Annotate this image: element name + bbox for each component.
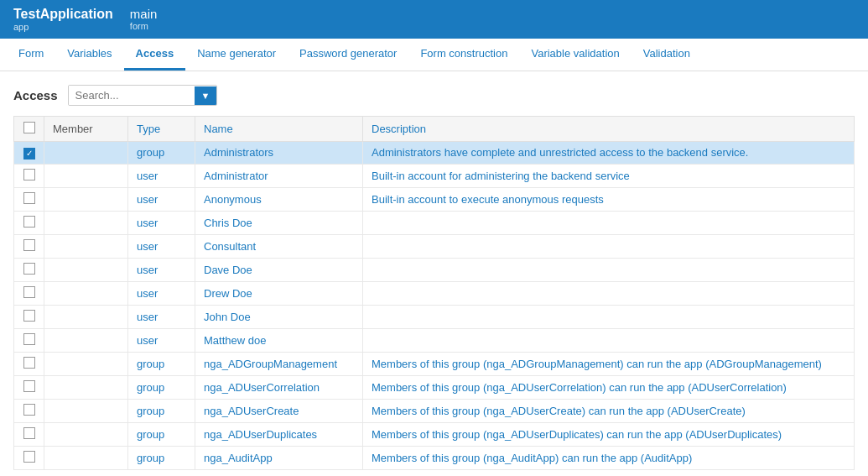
row-name: Drew Doe [195, 281, 363, 305]
table-row[interactable]: userDave Doe [14, 258, 855, 281]
row-description: Members of this group (nga_ADUserCreate)… [363, 399, 855, 422]
app-name-group: TestApplication app [13, 7, 113, 32]
table-row[interactable]: groupnga_AuditAppMembers of this group (… [14, 446, 855, 469]
row-checkbox-cell[interactable] [14, 234, 44, 258]
tab-validation[interactable]: Validation [632, 39, 702, 71]
row-member [44, 399, 128, 422]
table-row[interactable]: groupnga_ADGroupManagementMembers of thi… [14, 352, 855, 375]
tab-name-generator[interactable]: Name generator [185, 39, 288, 71]
row-type: group [128, 142, 195, 165]
search-input[interactable] [69, 86, 195, 105]
app-sub-label: app [13, 22, 113, 32]
table-body: groupAdministratorsAdministrators have c… [14, 142, 855, 470]
table-row[interactable]: userAnonymousBuilt-in account to execute… [14, 187, 855, 211]
row-checkbox-cell[interactable] [14, 399, 44, 422]
row-name: Chris Doe [195, 211, 363, 234]
row-member [44, 305, 128, 328]
row-checkbox[interactable] [23, 239, 35, 251]
row-checkbox[interactable] [23, 263, 35, 275]
tab-variable-validation[interactable]: Variable validation [519, 39, 631, 71]
tab-form[interactable]: Form [7, 39, 55, 71]
row-name: nga_ADUserCreate [195, 399, 363, 422]
row-type: user [128, 211, 195, 234]
table-row[interactable]: userAdministratorBuilt-in account for ad… [14, 164, 855, 187]
row-description [363, 258, 855, 281]
tab-password-generator[interactable]: Password generator [288, 39, 408, 71]
form-sub-label: form [130, 21, 158, 31]
row-type: user [128, 328, 195, 352]
row-type: group [128, 375, 195, 399]
row-checkbox-cell[interactable] [14, 258, 44, 281]
row-checkbox-cell[interactable] [14, 164, 44, 187]
row-checkbox[interactable] [23, 380, 35, 392]
tab-form-construction[interactable]: Form construction [408, 39, 519, 71]
row-description: Members of this group (nga_ADUserDuplica… [363, 422, 855, 446]
row-name: nga_ADGroupManagement [195, 352, 363, 375]
row-checkbox[interactable] [23, 427, 35, 439]
row-name: Administrators [195, 142, 363, 165]
table-row[interactable]: groupnga_ADUserDuplicatesMembers of this… [14, 422, 855, 446]
row-checkbox[interactable] [23, 192, 35, 204]
table-row[interactable]: userDrew Doe [14, 281, 855, 305]
table-row[interactable]: groupAdministratorsAdministrators have c… [14, 142, 855, 165]
row-checkbox[interactable] [23, 216, 35, 228]
row-checkbox-cell[interactable] [14, 422, 44, 446]
row-checkbox[interactable] [23, 148, 35, 160]
row-name: nga_AuditApp [195, 446, 363, 469]
header-checkbox-cell[interactable] [14, 117, 44, 142]
section-title: Access [13, 88, 58, 102]
row-member [44, 234, 128, 258]
row-member [44, 187, 128, 211]
table-row[interactable]: groupnga_ADUserCorrelationMembers of thi… [14, 375, 855, 399]
row-description: Built-in account to execute anonymous re… [363, 187, 855, 211]
row-checkbox-cell[interactable] [14, 281, 44, 305]
row-checkbox[interactable] [23, 404, 35, 416]
row-description: Members of this group (nga_AuditApp) can… [363, 446, 855, 469]
row-checkbox[interactable] [23, 169, 35, 180]
row-member [44, 164, 128, 187]
table-row[interactable]: groupnga_ADUserCreateMembers of this gro… [14, 399, 855, 422]
tab-access[interactable]: Access [124, 39, 186, 71]
tab-variables[interactable]: Variables [55, 39, 123, 71]
row-checkbox-cell[interactable] [14, 305, 44, 328]
row-checkbox-cell[interactable] [14, 142, 44, 165]
row-member [44, 422, 128, 446]
row-checkbox-cell[interactable] [14, 187, 44, 211]
app-header: TestApplication app main form [0, 0, 868, 39]
row-name: nga_ADUserDuplicates [195, 422, 363, 446]
nav-tabs: FormVariablesAccessName generatorPasswor… [0, 39, 868, 71]
row-checkbox-cell[interactable] [14, 375, 44, 399]
row-type: user [128, 164, 195, 187]
access-table: Member Type Name Description groupAdmini… [13, 116, 855, 470]
row-checkbox-cell[interactable] [14, 328, 44, 352]
row-checkbox[interactable] [23, 286, 35, 298]
row-member [44, 211, 128, 234]
row-member [44, 352, 128, 375]
header-member: Member [44, 117, 128, 142]
row-type: user [128, 258, 195, 281]
row-checkbox[interactable] [23, 451, 35, 463]
row-name: nga_ADUserCorrelation [195, 375, 363, 399]
row-checkbox[interactable] [23, 333, 35, 345]
row-description [363, 328, 855, 352]
row-member [44, 258, 128, 281]
row-type: user [128, 281, 195, 305]
row-checkbox[interactable] [23, 357, 35, 369]
header-description: Description [363, 117, 855, 142]
row-checkbox[interactable] [23, 310, 35, 322]
header-type: Type [128, 117, 195, 142]
row-checkbox-cell[interactable] [14, 352, 44, 375]
search-filter-button[interactable]: ▼ [195, 86, 217, 105]
row-member [44, 142, 128, 165]
row-member [44, 281, 128, 305]
row-type: group [128, 446, 195, 469]
row-checkbox-cell[interactable] [14, 211, 44, 234]
section-header: Access ▼ [13, 85, 855, 106]
table-row[interactable]: userChris Doe [14, 211, 855, 234]
row-checkbox-cell[interactable] [14, 446, 44, 469]
table-row[interactable]: userJohn Doe [14, 305, 855, 328]
row-name: Anonymous [195, 187, 363, 211]
table-row[interactable]: userMatthew doe [14, 328, 855, 352]
header-checkbox[interactable] [23, 122, 35, 133]
table-row[interactable]: userConsultant [14, 234, 855, 258]
